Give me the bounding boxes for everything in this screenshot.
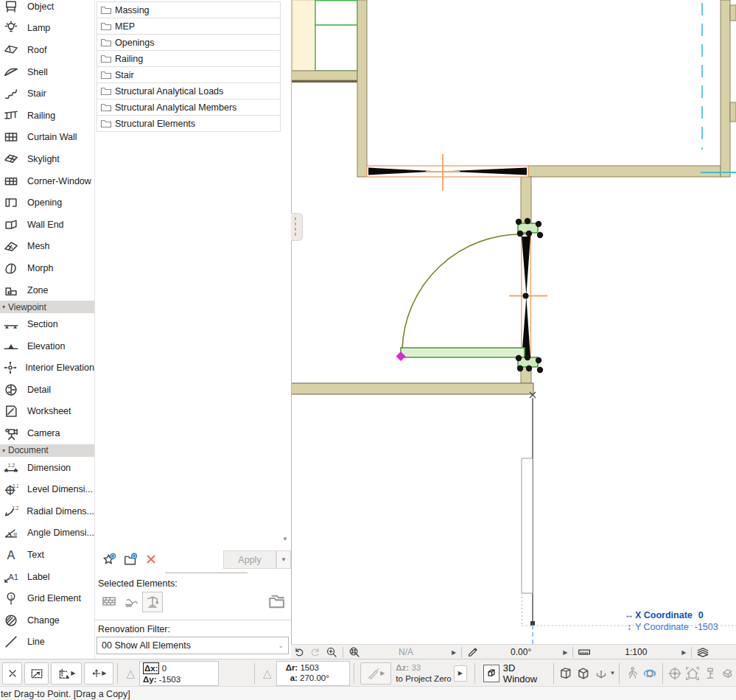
toolbox-item-level-dimensi[interactable]: 1.2Level Dimensi... xyxy=(0,478,94,500)
toolbox-item-zone[interactable]: Zone xyxy=(0,279,94,301)
scroll-down-arrow[interactable]: ▼ xyxy=(282,536,288,542)
worksheet-icon xyxy=(0,404,22,419)
relative-coords-button[interactable]: ▶ xyxy=(84,662,113,685)
toolbox-item-wall-end[interactable]: Wall End xyxy=(0,214,94,236)
toolbox-item-worksheet[interactable]: Worksheet xyxy=(0,401,94,423)
axonometry-view-icon[interactable] xyxy=(575,666,592,681)
toolbox-item-curtain-wall[interactable]: Curtain Wall xyxy=(0,127,94,149)
toolbox-item-radial-dimens[interactable]: 1.2Radial Dimens... xyxy=(0,500,94,522)
walk-mode-icon[interactable] xyxy=(623,666,641,681)
3d-projection-icon[interactable] xyxy=(592,666,610,681)
look-to-target-icon[interactable] xyxy=(667,666,684,681)
polar-field[interactable]: Δr: 1503 a: 270.00° xyxy=(276,661,351,686)
folder-icon xyxy=(97,85,115,97)
toolbox-item-skylight[interactable]: Skylight xyxy=(0,148,94,170)
reference-flyout-button[interactable]: ▶ xyxy=(454,665,467,682)
perspective-view-icon[interactable] xyxy=(558,666,575,681)
folder-row-mep[interactable]: MEP xyxy=(97,18,281,35)
toolbox-item-text[interactable]: AText xyxy=(0,544,94,566)
folder-icon xyxy=(97,21,115,32)
toolbox-item-elevation[interactable]: Elevation xyxy=(0,335,94,357)
folder-label: Railing xyxy=(115,54,143,64)
top-door-highlighted[interactable] xyxy=(367,154,528,191)
toolbox-item-roof[interactable]: Roof xyxy=(0,39,94,61)
grid-element-icon: 1 xyxy=(0,591,22,606)
folder-row-openings[interactable]: Openings xyxy=(97,34,281,51)
control-box-close-button[interactable] xyxy=(2,662,22,685)
toolbox-item-line[interactable]: Line xyxy=(0,631,94,654)
toolbox-section-viewpoint[interactable]: ▾Viewpoint xyxy=(0,301,94,313)
apply-button[interactable]: Apply xyxy=(223,550,276,569)
toolbox-item-shell[interactable]: Shell xyxy=(0,61,94,83)
existing-elements-button[interactable] xyxy=(99,592,119,611)
toolbox-item-corner-window[interactable]: Corner-Window xyxy=(0,170,94,192)
toolbox-item-railing[interactable]: Railing xyxy=(0,105,94,127)
toolbox-item-stair[interactable]: Stair xyxy=(0,83,94,105)
orbit-mode-icon[interactable] xyxy=(641,666,659,681)
view-selector[interactable]: N/A ▶ xyxy=(362,645,458,659)
toolbox-item-extra[interactable] xyxy=(0,653,94,659)
3d-window-button[interactable]: 3D Window xyxy=(483,662,547,685)
toolbox-item-opening[interactable]: Opening xyxy=(0,192,94,214)
drag-ghost-button[interactable] xyxy=(24,662,49,685)
layers-icon[interactable] xyxy=(695,645,711,659)
folder-row-structural-analytical-members[interactable]: Structural Analytical Members xyxy=(97,99,281,116)
toolbox-item-camera[interactable]: Camera xyxy=(0,422,94,444)
toolbox-item-lamp[interactable]: Lamp xyxy=(0,18,94,40)
rotation-selector[interactable]: 0.00° ▶ xyxy=(481,645,569,659)
folder-row-structural-analytical-loads[interactable]: Structural Analytical Loads xyxy=(97,83,281,99)
dropdown-arrow-icon[interactable]: ▼ xyxy=(610,670,616,676)
z-input-button[interactable]: ▶ xyxy=(360,662,391,685)
home-view-icon[interactable] xyxy=(684,666,701,681)
apply-dropdown-arrow[interactable]: ▼ xyxy=(276,550,291,569)
camera-settings-icon[interactable] xyxy=(701,666,719,681)
dz-label: Δz: xyxy=(396,663,409,672)
zoom-in-icon[interactable] xyxy=(323,646,340,658)
toolbox-item-change[interactable]: Change xyxy=(0,609,94,631)
toolbox-item-section[interactable]: Section xyxy=(0,313,94,335)
pane-splitter-handle[interactable] xyxy=(291,213,303,241)
folder-row-stair[interactable]: Stair xyxy=(97,66,281,83)
dz-value: 33 xyxy=(411,663,421,672)
redo-icon[interactable] xyxy=(307,646,323,658)
scale-ruler-icon[interactable] xyxy=(576,645,592,659)
folder-row-structural-elements[interactable]: Structural Elements xyxy=(97,115,281,132)
toolbox-item-label: Shell xyxy=(27,67,48,77)
selected-door[interactable] xyxy=(396,218,548,373)
orientation-icon[interactable] xyxy=(465,646,481,658)
toolbox-item-morph[interactable]: Morph xyxy=(0,257,94,279)
new-elements-button[interactable] xyxy=(142,592,163,612)
angle-value[interactable]: 270.00° xyxy=(300,673,329,682)
walls[interactable] xyxy=(291,0,736,394)
toolbox-item-grid-element[interactable]: 1Grid Element xyxy=(0,587,94,609)
dr-value[interactable]: 1503 xyxy=(300,663,319,672)
grid-snap-button[interactable]: ▶ xyxy=(51,662,82,685)
toolbox-item-dimension[interactable]: 1.2Dimension xyxy=(0,457,94,479)
toolbox-item-detail[interactable]: Detail xyxy=(0,379,94,401)
free-rotate-icon[interactable] xyxy=(718,666,736,681)
folders-stack-button[interactable] xyxy=(267,592,287,611)
dxdy-field[interactable]: Δx: 0 Δy: -1503 xyxy=(139,661,219,686)
toolbox-item-object[interactable]: Object xyxy=(0,0,94,18)
add-favorite-icon[interactable] xyxy=(102,553,116,567)
toolbox-item-label[interactable]: A1Label xyxy=(0,566,94,588)
floor-plan-canvas[interactable] xyxy=(291,0,736,644)
delete-icon[interactable] xyxy=(145,553,157,565)
undo-icon[interactable] xyxy=(291,646,307,658)
toolbox-item-interior-elevation[interactable]: Interior Elevation xyxy=(0,357,94,379)
folder-row-railing[interactable]: Railing xyxy=(97,50,281,67)
toolbox-item-angle-dimensi[interactable]: αAngle Dimensi... xyxy=(0,522,94,545)
toolbox-section-document[interactable]: ▾Document xyxy=(0,444,94,457)
renovation-filter-select[interactable]: 00 Show All Elements ⌄ xyxy=(97,637,289,654)
panel-splitter[interactable] xyxy=(165,573,248,573)
new-folder-icon[interactable] xyxy=(124,553,138,567)
dx-value[interactable]: 0 xyxy=(162,664,167,673)
folder-icon xyxy=(97,53,115,65)
toolbox-item-label: Worksheet xyxy=(27,406,71,416)
dy-value[interactable]: -1503 xyxy=(159,675,181,684)
folder-row-massing[interactable]: Massing xyxy=(97,1,281,18)
demolish-elements-button[interactable] xyxy=(122,592,141,611)
scale-selector[interactable]: 1:100 ▶ xyxy=(592,645,688,659)
fit-in-window-icon[interactable] xyxy=(346,646,362,658)
toolbox-item-mesh[interactable]: Mesh xyxy=(0,236,94,258)
